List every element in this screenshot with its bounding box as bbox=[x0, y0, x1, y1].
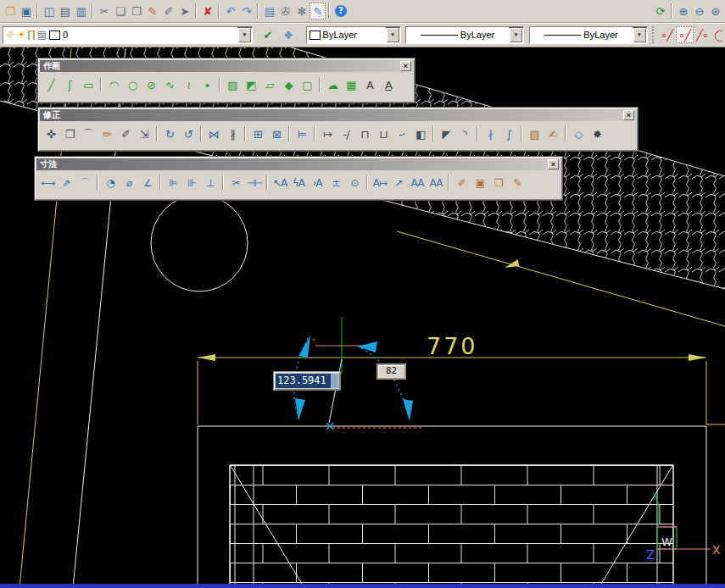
aligned-dimension-tool[interactable]: ⇗ bbox=[57, 174, 75, 192]
line-tool[interactable]: ╱ bbox=[42, 75, 60, 94]
leader-tool[interactable]: ↖A bbox=[270, 174, 289, 192]
continue-dimension-tool[interactable]: ⊪ bbox=[182, 174, 201, 192]
layer-control-combo[interactable]: ☼☀∏▤ 0 ▼ bbox=[3, 26, 253, 44]
tolerance-tool[interactable]: ± bbox=[326, 174, 345, 192]
table-tool[interactable]: ▦ bbox=[342, 75, 360, 94]
scale-tool[interactable]: ⇲ bbox=[135, 125, 153, 143]
open-button[interactable]: ❐ bbox=[2, 3, 18, 19]
rotate-3d-tool[interactable]: ↺ bbox=[179, 125, 198, 143]
attach-button[interactable]: ✇ bbox=[277, 3, 293, 19]
circle-tool[interactable]: ○ bbox=[123, 75, 142, 94]
length-value[interactable]: 123.5941 bbox=[276, 374, 331, 388]
cut-button[interactable]: ✂ bbox=[96, 3, 112, 19]
rectangle-tool[interactable]: ▭ bbox=[79, 75, 98, 94]
print-button[interactable]: ▤ bbox=[57, 3, 73, 19]
join-tool[interactable]: ∤ bbox=[481, 125, 499, 143]
curve-tool[interactable]: ≀ bbox=[179, 75, 198, 94]
quick-leader-tool[interactable]: ϟA bbox=[289, 174, 308, 192]
trim-tool[interactable]: ⊓ bbox=[355, 125, 374, 143]
color-control-combo[interactable]: ByLayer ▼ bbox=[306, 26, 401, 44]
redo-button[interactable]: ↷ bbox=[238, 3, 254, 19]
paste-button[interactable]: ❒ bbox=[128, 3, 144, 19]
point-tool[interactable]: ∙ bbox=[198, 75, 216, 94]
dimension-update-tool[interactable]: ✐ bbox=[452, 174, 471, 192]
3d-edit-tool[interactable]: ◇ bbox=[569, 125, 588, 143]
ellipse-tool[interactable]: ⊘ bbox=[142, 75, 160, 94]
layer-freeze-sun-icon[interactable]: ☀ bbox=[17, 30, 26, 40]
eyedropper-tool[interactable]: ✐ bbox=[116, 125, 135, 143]
layer-previous-button[interactable]: ❖ bbox=[277, 26, 298, 43]
close-icon[interactable]: × bbox=[623, 110, 634, 120]
array-3d-tool[interactable]: ⊠ bbox=[267, 125, 286, 143]
dim-text-angle-tool[interactable]: AA bbox=[408, 174, 427, 192]
help-button[interactable]: ? bbox=[332, 3, 349, 19]
move-tool[interactable]: ✜ bbox=[42, 125, 60, 143]
quick-select-button[interactable]: ➤ bbox=[176, 3, 192, 19]
explode-tool[interactable]: ✸ bbox=[588, 125, 606, 143]
polyline-edit-tool[interactable]: ✍ bbox=[544, 125, 562, 143]
edit-button[interactable]: ✎ bbox=[310, 3, 326, 19]
center-mark-tool[interactable]: ⊙ bbox=[345, 174, 364, 192]
linetype-control-combo[interactable]: ByLayer ▼ bbox=[405, 26, 524, 44]
close-icon[interactable]: × bbox=[548, 159, 559, 169]
color-dropdown-arrow[interactable]: ▼ bbox=[387, 28, 399, 42]
osnap-midpoint-button[interactable]: ∘╱ bbox=[676, 26, 694, 43]
undo-button[interactable]: ↶ bbox=[222, 3, 238, 19]
chamfer-tool[interactable]: ◤ bbox=[437, 125, 455, 143]
plot-button[interactable]: ▥ bbox=[73, 3, 89, 19]
spring-edit-tool[interactable]: ∫ bbox=[499, 125, 518, 143]
print-preview-button[interactable]: ◫ bbox=[41, 3, 57, 19]
close-icon[interactable]: × bbox=[400, 61, 411, 71]
revision-cloud-tool[interactable]: ☁ bbox=[323, 75, 342, 94]
linetype-dropdown-arrow[interactable]: ▼ bbox=[510, 28, 522, 42]
settings-button[interactable]: ✻ bbox=[293, 3, 310, 19]
save-button[interactable]: ▣ bbox=[18, 3, 34, 19]
angular-dimension-tool[interactable]: ∠ bbox=[138, 174, 157, 192]
diameter-dimension-tool[interactable]: ⌀ bbox=[120, 174, 138, 192]
layer-plot-printer-icon[interactable]: ▤ bbox=[37, 30, 47, 40]
zoom-out-button[interactable]: ⊖ bbox=[691, 3, 707, 19]
toolbar-grip[interactable] bbox=[652, 26, 654, 43]
zoom-extents-button[interactable]: ⊛ bbox=[707, 3, 723, 19]
layer-on-bulb-icon[interactable]: ☼ bbox=[6, 30, 15, 40]
arc-tool[interactable]: ◠ bbox=[104, 75, 123, 94]
osnap-node-button[interactable]: ╱∘ bbox=[694, 26, 711, 43]
erase-button[interactable]: ✘ bbox=[199, 3, 215, 19]
hatch-tool[interactable]: ▨ bbox=[223, 75, 242, 94]
lineweight-dropdown-arrow[interactable]: ▼ bbox=[633, 28, 646, 42]
rotate-tool[interactable]: ↻ bbox=[160, 125, 179, 143]
mtext-tool[interactable]: A bbox=[379, 75, 398, 94]
layer-dropdown-arrow[interactable]: ▼ bbox=[238, 28, 251, 42]
match-properties-button[interactable]: ✎ bbox=[144, 3, 160, 19]
lineweight-control-combo[interactable]: ByLayer ▼ bbox=[529, 26, 648, 44]
region-tool[interactable]: ◆ bbox=[279, 75, 298, 94]
spline-tool[interactable]: ∿ bbox=[160, 75, 179, 94]
zoom-in-button[interactable]: ⊕ bbox=[675, 3, 691, 19]
regen-button[interactable]: ⟳ bbox=[652, 3, 668, 19]
eyedropper-button[interactable]: ✐ bbox=[160, 3, 176, 19]
dimstyle-open-tool[interactable]: ❐ bbox=[489, 174, 508, 192]
linear-dimension-tool[interactable]: ⟷ bbox=[38, 174, 57, 192]
break-at-point-tool[interactable]: -· bbox=[393, 125, 411, 143]
wipeout-tool[interactable]: ▢ bbox=[298, 75, 316, 94]
layer-lock-icon[interactable]: ∏ bbox=[28, 30, 36, 40]
array-tool[interactable]: ⊞ bbox=[248, 125, 267, 143]
extend-tool[interactable]: ⊔ bbox=[374, 125, 393, 143]
baseline-dimension-tool[interactable]: ⊫ bbox=[164, 174, 182, 192]
align-tool[interactable]: ⊨ bbox=[293, 125, 311, 143]
fillet-tool[interactable]: ◝ bbox=[455, 125, 474, 143]
dynamic-input-angle-field[interactable]: 82 bbox=[376, 363, 406, 380]
radius-dimension-tool[interactable]: ◔ bbox=[101, 174, 120, 192]
dimstyle-save-tool[interactable]: ▣ bbox=[471, 174, 489, 192]
dimension-spacing-tool[interactable]: ⊣⊢ bbox=[245, 174, 264, 192]
offset-tool[interactable]: ⌒ bbox=[79, 125, 98, 143]
dimension-edit-tool[interactable]: A↦ bbox=[371, 174, 389, 192]
osnap-center-button[interactable]: ◯ bbox=[711, 26, 723, 43]
ordinate-dimension-tool[interactable]: ⊥ bbox=[201, 174, 220, 192]
hatch-edit-tool[interactable]: ▧ bbox=[525, 125, 544, 143]
osnap-endpoint-button[interactable]: ∘╱ bbox=[658, 26, 676, 43]
gradient-tool[interactable]: ◩ bbox=[242, 75, 260, 94]
polyline-tool[interactable]: ʃ bbox=[60, 75, 79, 94]
properties-palette-button[interactable]: ▤ bbox=[261, 3, 277, 19]
text-tool[interactable]: A bbox=[360, 75, 379, 94]
